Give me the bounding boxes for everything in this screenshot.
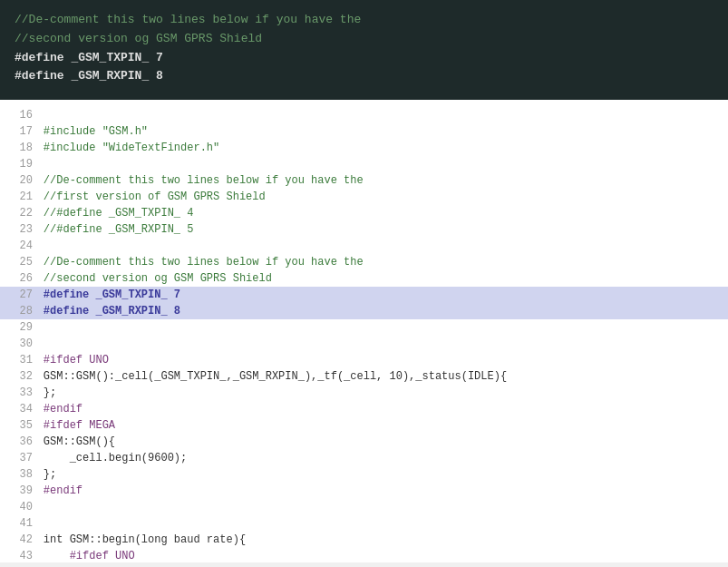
table-row: 43 #ifdef UNO — [0, 548, 728, 562]
table-row: 18#include "WideTextFinder.h" — [0, 140, 728, 156]
line-number: 32 — [0, 368, 40, 385]
preview-define-2: #define _GSM_RXPIN_ 8 — [15, 69, 163, 83]
code-line: //#define _GSM_RXPIN_ 5 — [40, 221, 728, 238]
table-row: 31#ifdef UNO — [0, 352, 728, 368]
code-line: _cell.begin(9600); — [40, 450, 728, 466]
line-number: 21 — [0, 189, 40, 205]
preview-line-1: //De-comment this two lines below if you… — [15, 11, 713, 30]
code-line: }; — [40, 385, 728, 401]
code-line — [40, 107, 728, 123]
line-number: 30 — [0, 336, 40, 352]
code-line: #endif — [40, 483, 728, 499]
table-row: 22//#define _GSM_TXPIN_ 4 — [0, 205, 728, 221]
line-number: 18 — [0, 140, 40, 156]
code-line: GSM::GSM():_cell(_GSM_TXPIN_,_GSM_RXPIN_… — [40, 368, 728, 385]
line-number: 38 — [0, 466, 40, 483]
code-table: 1617#include "GSM.h"18#include "WideText… — [0, 107, 728, 562]
line-number: 25 — [0, 254, 40, 270]
code-line: //#define _GSM_TXPIN_ 4 — [40, 205, 728, 221]
code-line: #ifdef UNO — [40, 548, 728, 562]
line-number: 24 — [0, 238, 40, 254]
preview-define-1: #define _GSM_TXPIN_ 7 — [15, 51, 163, 64]
line-number: 23 — [0, 221, 40, 238]
table-row: 23//#define _GSM_RXPIN_ 5 — [0, 221, 728, 238]
code-line: #define _GSM_TXPIN_ 7 — [40, 287, 728, 303]
line-number: 35 — [0, 417, 40, 434]
table-row: 33}; — [0, 385, 728, 401]
code-line: #ifdef MEGA — [40, 417, 728, 434]
line-number: 17 — [0, 123, 40, 140]
code-line: int GSM::begin(long baud rate){ — [40, 532, 728, 548]
preview-line-3: #define _GSM_TXPIN_ 7 — [15, 49, 713, 68]
code-line: //second version og GSM GPRS Shield — [40, 270, 728, 287]
table-row: 38}; — [0, 466, 728, 483]
table-row: 29 — [0, 319, 728, 336]
code-editor[interactable]: 1617#include "GSM.h"18#include "WideText… — [0, 100, 728, 562]
table-row: 30 — [0, 336, 728, 352]
line-number: 27 — [0, 287, 40, 303]
table-row: 25//De-comment this two lines below if y… — [0, 254, 728, 270]
table-row: 24 — [0, 238, 728, 254]
code-line — [40, 336, 728, 352]
table-row: 21//first version of GSM GPRS Shield — [0, 189, 728, 205]
code-line: //De-comment this two lines below if you… — [40, 254, 728, 270]
line-number: 41 — [0, 515, 40, 532]
line-number: 39 — [0, 483, 40, 499]
code-line: #include "WideTextFinder.h" — [40, 140, 728, 156]
code-line — [40, 515, 728, 532]
code-line: #include "GSM.h" — [40, 123, 728, 140]
table-row: 34#endif — [0, 401, 728, 417]
code-line — [40, 319, 728, 336]
line-number: 26 — [0, 270, 40, 287]
line-number: 43 — [0, 548, 40, 562]
table-row: 26//second version og GSM GPRS Shield — [0, 270, 728, 287]
code-line: #define _GSM_RXPIN_ 8 — [40, 303, 728, 319]
table-row: 20//De-comment this two lines below if y… — [0, 172, 728, 189]
line-number: 34 — [0, 401, 40, 417]
preview-comment-1: //De-comment this two lines below if you… — [15, 13, 361, 26]
code-line — [40, 156, 728, 172]
code-line: //De-comment this two lines below if you… — [40, 172, 728, 189]
table-row: 40 — [0, 499, 728, 515]
table-row: 19 — [0, 156, 728, 172]
line-number: 31 — [0, 352, 40, 368]
line-number: 20 — [0, 172, 40, 189]
table-row: 37 _cell.begin(9600); — [0, 450, 728, 466]
table-row: 32GSM::GSM():_cell(_GSM_TXPIN_,_GSM_RXPI… — [0, 368, 728, 385]
preview-line-4: #define _GSM_RXPIN_ 8 — [15, 67, 713, 86]
code-line: #endif — [40, 401, 728, 417]
preview-line-2: //second version og GSM GPRS Shield — [15, 30, 713, 49]
line-number: 19 — [0, 156, 40, 172]
line-number: 36 — [0, 434, 40, 450]
table-row: 28#define _GSM_RXPIN_ 8 — [0, 303, 728, 319]
table-row: 35#ifdef MEGA — [0, 417, 728, 434]
table-row: 39#endif — [0, 483, 728, 499]
line-number: 28 — [0, 303, 40, 319]
code-line: //first version of GSM GPRS Shield — [40, 189, 728, 205]
table-row: 36GSM::GSM(){ — [0, 434, 728, 450]
preview-comment-2: //second version og GSM GPRS Shield — [15, 32, 262, 45]
table-row: 27#define _GSM_TXPIN_ 7 — [0, 287, 728, 303]
line-number: 29 — [0, 319, 40, 336]
line-number: 22 — [0, 205, 40, 221]
line-number: 40 — [0, 499, 40, 515]
code-line: #ifdef UNO — [40, 352, 728, 368]
code-line: }; — [40, 466, 728, 483]
line-number: 16 — [0, 107, 40, 123]
code-line — [40, 238, 728, 254]
line-number: 42 — [0, 532, 40, 548]
line-number: 33 — [0, 385, 40, 401]
code-line — [40, 499, 728, 515]
table-row: 17#include "GSM.h" — [0, 123, 728, 140]
code-line: GSM::GSM(){ — [40, 434, 728, 450]
table-row: 41 — [0, 515, 728, 532]
table-row: 42int GSM::begin(long baud rate){ — [0, 532, 728, 548]
table-row: 16 — [0, 107, 728, 123]
line-number: 37 — [0, 450, 40, 466]
code-preview: //De-comment this two lines below if you… — [0, 0, 728, 100]
